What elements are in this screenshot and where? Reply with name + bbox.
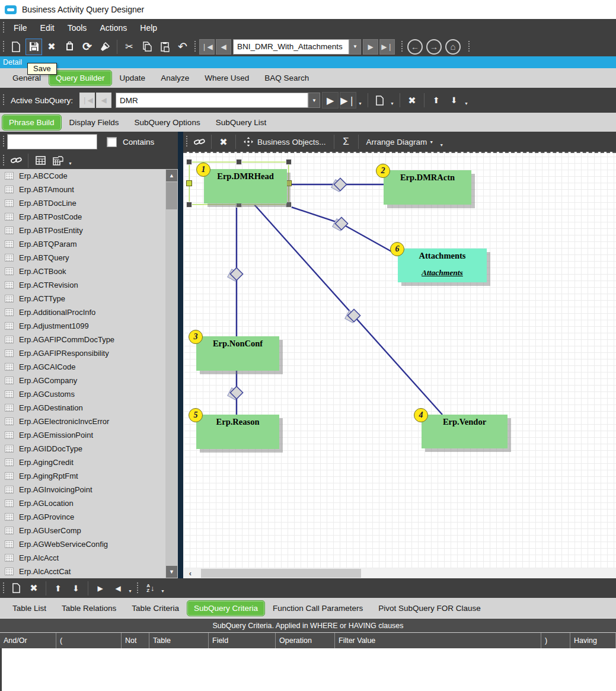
contains-checkbox[interactable]	[107, 137, 117, 147]
delete-button[interactable]: ✖	[43, 39, 60, 55]
tab-analyze[interactable]: Analyze	[153, 71, 197, 85]
selection-handle[interactable]	[286, 159, 292, 165]
undo-button[interactable]: ↶	[174, 39, 191, 55]
column-header-[interactable]: (	[56, 633, 122, 648]
nav-prev-button[interactable]: ◀	[216, 39, 231, 55]
list-item[interactable]: Erp.ABCCode	[0, 169, 165, 183]
subquery-combo-value[interactable]: DMR	[116, 93, 308, 108]
subquery-next-button[interactable]: ▶	[322, 92, 339, 109]
sum-button[interactable]: Σ	[338, 133, 355, 150]
list-item[interactable]: Erp.ABTDocLine	[0, 196, 165, 210]
sort-button[interactable]: AZ ↓	[142, 580, 159, 597]
tab-where-used[interactable]: Where Used	[197, 71, 257, 85]
delete-subquery-button[interactable]: ✖	[404, 92, 420, 109]
tab-subquery-list[interactable]: SubQuery List	[208, 115, 275, 130]
list-item[interactable]: Erp.ABTPostCode	[0, 210, 165, 224]
detail-bar[interactable]: Detail	[0, 56, 616, 68]
list-item[interactable]: Erp.AGDestination	[0, 401, 165, 415]
criteria-left-button[interactable]: ◀	[110, 580, 126, 597]
toolbar-grip[interactable]	[193, 41, 196, 53]
menu-file[interactable]: File	[7, 23, 34, 33]
column-header-having[interactable]: Having	[570, 633, 616, 648]
paste-button[interactable]	[157, 39, 173, 55]
subquery-first-button[interactable]: ❘◀	[79, 93, 95, 108]
query-combo-dropdown[interactable]: ▼	[349, 39, 361, 55]
menu-help[interactable]: Help	[133, 23, 164, 33]
diagram-canvas[interactable]: 1Erp.DMRHead2Erp.DMRActn6AttachmentsAtta…	[183, 152, 616, 568]
chevron-down-icon[interactable]: ▼	[161, 589, 165, 593]
table-grid-button[interactable]	[32, 152, 49, 169]
new-button[interactable]	[8, 39, 24, 55]
table-list-scrollbar[interactable]: ▲ ▼	[165, 169, 178, 578]
list-item[interactable]: Erp.ABTAmount	[0, 183, 165, 196]
list-item[interactable]: Erp.AGAFIPCommDocType	[0, 333, 165, 346]
list-item[interactable]: Erp.ACTBook	[0, 265, 165, 278]
diagram-link-button[interactable]	[191, 133, 208, 150]
scrollbar-thumb[interactable]	[201, 569, 361, 578]
column-header-operation[interactable]: Operation	[276, 633, 335, 648]
tab-pivot-subquery-for-clause[interactable]: Pivot SubQuery FOR Clause	[371, 601, 489, 616]
list-item[interactable]: Erp.AgingRptFmt	[0, 469, 165, 483]
panel-divider[interactable]	[178, 132, 183, 578]
tab-phrase-build[interactable]: Phrase Build	[2, 114, 62, 130]
tab-table-list[interactable]: Table List	[5, 601, 54, 616]
list-item[interactable]: Erp.Adjustment1099	[0, 319, 165, 333]
new-subquery-button[interactable]	[372, 92, 388, 109]
move-up-button[interactable]: ⬆	[428, 92, 445, 109]
tab-baq-search[interactable]: BAQ Search	[257, 71, 317, 85]
subquery-prev-button[interactable]: ◀	[96, 93, 111, 108]
list-item[interactable]: Erp.AGCAICode	[0, 360, 165, 374]
list-item[interactable]: Erp.AGLocation	[0, 496, 165, 510]
business-objects-button[interactable]: Business Objects...	[239, 133, 331, 150]
criteria-down-button[interactable]: ⬇	[68, 580, 84, 597]
selection-handle[interactable]	[186, 159, 192, 165]
list-item[interactable]: Erp.AlcAcctCat	[0, 565, 165, 578]
selection-handle[interactable]	[186, 202, 192, 208]
chevron-down-icon[interactable]: ▼	[128, 589, 132, 593]
table-search-input[interactable]	[7, 134, 97, 149]
toolbar-grip[interactable]	[400, 41, 403, 53]
subquery-combo-dropdown[interactable]: ▼	[308, 93, 320, 108]
tab-table-relations[interactable]: Table Relations	[54, 601, 124, 616]
node-subtitle-link[interactable]: Attachments	[398, 268, 487, 278]
refresh-button[interactable]: ⟳	[79, 39, 95, 55]
back-button[interactable]: ←	[407, 39, 423, 55]
column-header-field[interactable]: Field	[209, 633, 276, 648]
list-item[interactable]: Erp.ACTType	[0, 292, 165, 305]
diagram-node-erp-dmractn[interactable]: 2Erp.DMRActn	[384, 170, 471, 205]
diagram-delete-button[interactable]: ✖	[215, 133, 232, 150]
copy-button[interactable]	[139, 39, 155, 55]
tab-display-fields[interactable]: Display Fields	[62, 115, 127, 130]
cut-button[interactable]: ✂	[121, 39, 138, 55]
list-item[interactable]: Erp.AGElectronicInvcError	[0, 415, 165, 428]
scroll-down-button[interactable]: ▼	[166, 566, 177, 578]
toolbar-grip[interactable]	[2, 155, 5, 167]
list-item[interactable]: Erp.ABTPostEntity	[0, 224, 165, 237]
toolbar-grip[interactable]	[2, 41, 5, 53]
list-item[interactable]: Erp.AGProvince	[0, 510, 165, 524]
scroll-up-button[interactable]: ▲	[166, 170, 177, 181]
toolbar-grip[interactable]	[2, 94, 5, 106]
list-item[interactable]: Erp.AGUserComp	[0, 524, 165, 537]
list-item[interactable]: Erp.AGCustoms	[0, 387, 165, 401]
list-item[interactable]: Erp.AGWebServiceConfig	[0, 537, 165, 551]
query-combo-value[interactable]: BNI_DMR_With_Attachments	[233, 39, 349, 55]
nav-last-button[interactable]: ▶❘	[379, 39, 395, 55]
list-item[interactable]: Erp.AGEmissionPoint	[0, 428, 165, 442]
list-item[interactable]: Erp.AlcAcct	[0, 551, 165, 565]
tab-query-builder[interactable]: Query Builder	[49, 70, 112, 86]
save-button[interactable]	[25, 39, 42, 55]
chevron-down-icon[interactable]: ▼	[439, 143, 443, 147]
column-header-not[interactable]: Not	[122, 633, 149, 648]
diagram-node-erp-nonconf[interactable]: 3Erp.NonConf	[196, 336, 279, 371]
list-item[interactable]: Erp.AdditionalProcInfo	[0, 305, 165, 319]
list-item[interactable]: Erp.ACTRevision	[0, 278, 165, 292]
scrollbar-thumb[interactable]	[166, 182, 177, 209]
toolbar-grip[interactable]	[2, 582, 5, 594]
arrange-diagram-button[interactable]: Arrange Diagram ▼	[362, 133, 439, 150]
menu-edit[interactable]: Edit	[34, 23, 61, 33]
column-header-and-or[interactable]: And/Or	[0, 633, 56, 648]
criteria-grid-body[interactable]	[0, 648, 616, 691]
selection-handle[interactable]	[236, 159, 242, 165]
diagram-hscrollbar[interactable]: ‹	[183, 568, 616, 578]
